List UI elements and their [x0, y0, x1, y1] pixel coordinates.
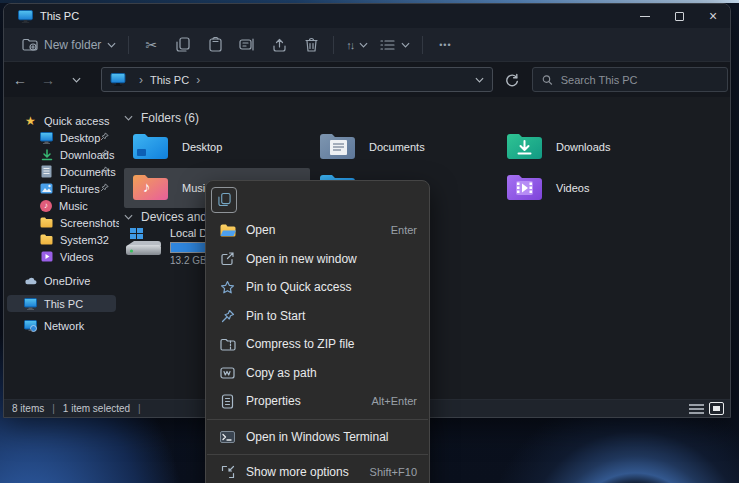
search-icon [542, 74, 553, 86]
desktop-icon [40, 131, 53, 144]
menu-item-open-in-new-window[interactable]: Open in new window [206, 245, 429, 274]
back-button[interactable]: ← [8, 68, 32, 92]
sort-button[interactable]: ↑↓ [340, 35, 374, 55]
new-folder-label: New folder [44, 38, 101, 52]
sidebar-item-system32[interactable]: System32 [7, 231, 116, 248]
menu-item-compress-to-zip[interactable]: Compress to ZIP file [206, 330, 429, 359]
hard-drive-icon [124, 227, 164, 266]
minimize-button[interactable] [628, 4, 662, 28]
navigation-pane: ★ Quick access Desktop Downloads Documen… [4, 97, 119, 399]
videos-icon [40, 250, 53, 263]
search-input[interactable] [561, 74, 718, 86]
cut-button[interactable]: ✂ [135, 32, 167, 58]
forward-button[interactable]: → [36, 68, 60, 92]
share-button[interactable] [263, 32, 295, 58]
rename-icon [239, 38, 255, 51]
copy-button[interactable] [167, 32, 199, 58]
folder-tile-videos[interactable]: Videos [498, 168, 684, 208]
paste-button[interactable] [199, 32, 231, 58]
maximize-button[interactable] [662, 4, 696, 28]
delete-button[interactable] [295, 32, 327, 58]
sidebar-item-videos[interactable]: Videos [7, 248, 116, 265]
more-options-button[interactable]: ••• [429, 32, 461, 58]
search-box[interactable] [532, 67, 728, 92]
sidebar-item-onedrive[interactable]: OneDrive [7, 272, 116, 289]
collapse-chevron-icon [124, 214, 133, 220]
menu-item-open[interactable]: Open Enter [206, 216, 429, 245]
sidebar-item-desktop[interactable]: Desktop [7, 129, 116, 146]
onedrive-cloud-icon [24, 274, 37, 287]
document-icon [40, 165, 53, 178]
breadcrumb-this-pc[interactable]: This PC [150, 74, 189, 86]
toolbar-divider [128, 36, 129, 54]
breadcrumb-separator: › [139, 73, 143, 87]
navigation-bar: ← → ↑ › This PC › [4, 62, 730, 97]
close-button[interactable]: × [696, 4, 730, 28]
refresh-button[interactable] [500, 67, 524, 92]
menu-item-pin-to-quick-access[interactable]: Pin to Quick access [206, 273, 429, 302]
folder-tile-desktop[interactable]: Desktop [124, 127, 310, 167]
network-icon [24, 319, 37, 332]
rename-button[interactable] [231, 32, 263, 58]
details-view-button[interactable] [689, 402, 704, 415]
menu-item-open-in-windows-terminal[interactable]: Open in Windows Terminal [206, 423, 429, 452]
recent-locations-button[interactable] [64, 68, 88, 92]
menu-item-label: Open in Windows Terminal [246, 430, 417, 444]
window-title: This PC [40, 10, 79, 22]
view-button[interactable] [374, 35, 416, 55]
status-separator: | [138, 403, 141, 414]
pin-icon [100, 149, 109, 158]
sidebar-item-label: Network [44, 320, 84, 332]
cut-icon: ✂ [145, 37, 157, 53]
sidebar-item-label: Quick access [44, 115, 109, 127]
large-icons-view-button[interactable] [709, 402, 724, 415]
sidebar-item-downloads[interactable]: Downloads [7, 146, 116, 163]
sidebar-item-pictures[interactable]: Pictures [7, 180, 116, 197]
titlebar[interactable]: This PC × [4, 4, 730, 28]
toolbar-divider [422, 36, 423, 54]
folder-tile-documents[interactable]: Documents [311, 127, 497, 167]
new-folder-button[interactable]: New folder [16, 34, 122, 56]
this-pc-icon [18, 10, 33, 23]
context-menu: Open Enter Open in new window Pin to Qui… [205, 180, 430, 483]
pin-icon [100, 183, 109, 192]
menu-item-copy-as-path[interactable]: Copy as path [206, 359, 429, 388]
copy-quick-action[interactable] [211, 187, 237, 213]
music-note-glyph: ♪ [143, 178, 151, 195]
this-pc-icon [110, 73, 126, 86]
folder-tile-label: Documents [369, 141, 425, 153]
forward-arrow-icon: → [41, 72, 55, 88]
menu-item-pin-to-start[interactable]: Pin to Start [206, 302, 429, 331]
sidebar-item-label: Desktop [60, 132, 100, 144]
sidebar-item-label: Music [59, 200, 88, 212]
pin-icon [100, 166, 109, 175]
copy-icon [176, 37, 190, 52]
folder-tile-label: Downloads [556, 141, 610, 153]
sidebar-item-quick-access[interactable]: ★ Quick access [7, 112, 116, 129]
sidebar-item-documents[interactable]: Documents [7, 163, 116, 180]
paste-icon [209, 37, 222, 52]
new-folder-icon [22, 38, 38, 52]
collapse-chevron-icon [124, 115, 133, 121]
address-dropdown-icon[interactable] [475, 77, 484, 83]
share-icon [272, 38, 287, 52]
downloads-folder-icon [506, 132, 543, 162]
sidebar-item-screenshots[interactable]: Screenshots [7, 214, 116, 231]
folder-tile-downloads[interactable]: Downloads [498, 127, 684, 167]
sidebar-item-label: This PC [44, 298, 83, 310]
address-bar[interactable]: › This PC › [101, 67, 493, 92]
section-label: Folders (6) [141, 111, 199, 125]
sidebar-item-this-pc[interactable]: This PC [7, 295, 116, 312]
menu-item-label: Compress to ZIP file [246, 337, 417, 351]
menu-item-shortcut: Shift+F10 [370, 466, 417, 478]
chevron-down-icon [359, 42, 368, 48]
sidebar-item-music[interactable]: ♪ Music [7, 197, 116, 214]
menu-item-show-more-options[interactable]: Show more options Shift+F10 [206, 458, 429, 483]
sidebar-item-label: System32 [60, 234, 109, 246]
sidebar-item-network[interactable]: Network [7, 317, 116, 334]
sidebar-item-label: Screenshots [60, 217, 121, 229]
pin-star-icon [219, 279, 236, 296]
menu-item-properties[interactable]: Properties Alt+Enter [206, 387, 429, 416]
this-pc-icon [24, 297, 37, 310]
folders-section-header[interactable]: Folders (6) [124, 111, 199, 125]
